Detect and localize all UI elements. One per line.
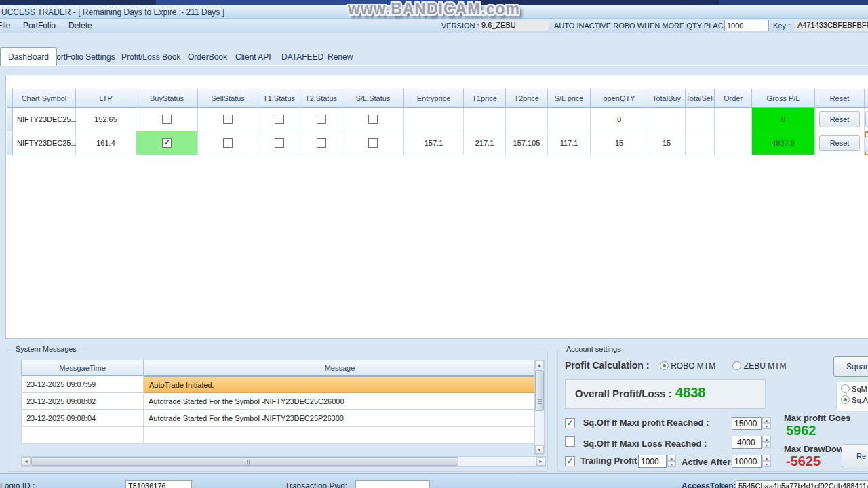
active-after-spinner[interactable]: ▲▼ xyxy=(762,455,771,468)
col-gross-pl[interactable]: Gross P/L xyxy=(752,89,815,108)
version-label: VERSION : xyxy=(441,22,479,30)
col-t1price[interactable]: T1price xyxy=(464,89,506,108)
col-slprice[interactable]: S/L price xyxy=(548,89,591,108)
square-off-button[interactable]: Squar xyxy=(833,356,868,377)
sq-profit-input[interactable] xyxy=(732,417,762,430)
sq-profit-checkbox[interactable]: ✓ xyxy=(565,418,575,428)
col-order[interactable]: Order xyxy=(715,89,752,108)
t1-checkbox[interactable]: ✓ xyxy=(275,138,284,148)
col-slstatus[interactable]: S/L.Status xyxy=(342,89,404,108)
sq-loss-spinner[interactable]: ▲▼ xyxy=(762,436,771,449)
col-sellstatus[interactable]: SellStatus xyxy=(198,89,258,108)
messages-vertical-scrollbar[interactable]: ▲ ▼ xyxy=(534,360,545,455)
cell-chart-symbol[interactable]: NIFTY23DEC25... xyxy=(13,108,76,131)
t1-checkbox[interactable]: ✓ xyxy=(275,115,284,124)
col-chart-symbol[interactable]: Chart Symbol xyxy=(13,89,76,108)
sl-checkbox[interactable]: ✓ xyxy=(368,138,378,148)
scroll-right-icon[interactable]: ► xyxy=(536,457,545,466)
buy-checkbox[interactable]: ✓ xyxy=(162,115,172,124)
account-settings-title: Account settings xyxy=(564,345,624,353)
sqall-radio[interactable] xyxy=(841,395,850,404)
cell-slprice: 117.1 xyxy=(548,131,591,155)
col-totalsell[interactable]: TotalSell xyxy=(686,89,715,108)
col-message-time[interactable]: MessgaeTime xyxy=(21,360,144,376)
auto-inactive-input[interactable] xyxy=(724,20,769,31)
col-openqty[interactable]: openQTY xyxy=(591,89,648,108)
profit-calc-label: Profit Calculation : xyxy=(565,360,649,371)
cell-entryprice xyxy=(404,108,464,131)
cell-totalbuy xyxy=(648,108,686,131)
cell-ltp: 152.65 xyxy=(76,108,136,131)
scrollbar-thumb[interactable] xyxy=(535,370,544,411)
trailing-checkbox[interactable]: ✓ xyxy=(565,456,575,466)
bandicam-watermark: www.BANDICAM.com xyxy=(348,0,520,18)
col-buystatus[interactable]: BuyStatus xyxy=(136,89,198,108)
trailing-input[interactable] xyxy=(638,455,667,468)
positions-grid: Chart Symbol LTP BuyStatus SellStatus T1… xyxy=(7,89,868,155)
login-id-input[interactable] xyxy=(125,480,192,488)
reset-button[interactable]: Reset xyxy=(819,135,860,151)
message-text[interactable]: Autotrade Started For the Symbol -NIFTY2… xyxy=(144,410,536,427)
active-after-input[interactable] xyxy=(732,455,762,468)
menu-delete[interactable]: Delete xyxy=(68,21,92,30)
sq-loss-checkbox[interactable]: ✓ xyxy=(565,436,575,447)
message-text[interactable]: Autotrade Started For the Symbol -NIFTY2… xyxy=(144,393,536,410)
col-ltp[interactable]: LTP xyxy=(76,89,136,108)
cell-chart-symbol[interactable]: NIFTY23DEC25... xyxy=(13,131,76,155)
menu-portfolio[interactable]: PortFolio xyxy=(23,21,56,30)
message-text[interactable]: AutoTrade Initiated. xyxy=(144,376,536,393)
row-header[interactable] xyxy=(7,131,13,155)
tab-dashboard[interactable]: DashBoard xyxy=(0,47,57,66)
message-time: 23-12-2025 09:08:04 xyxy=(21,410,144,427)
extra-button[interactable] xyxy=(865,136,868,152)
max-profit-value: 5962 xyxy=(786,423,816,439)
row-header[interactable] xyxy=(7,108,13,131)
t2-checkbox[interactable]: ✓ xyxy=(317,138,326,148)
menu-file[interactable]: File xyxy=(0,21,10,30)
cell-totalsell xyxy=(686,108,715,131)
trailing-label: Trailing Profit xyxy=(580,455,637,466)
robo-mtm-radio[interactable] xyxy=(660,361,669,370)
window-title: UCCESS TRADER - [ Remaining Days to Expi… xyxy=(1,7,224,17)
sqm-radio[interactable] xyxy=(841,384,850,393)
zebu-mtm-radio[interactable] xyxy=(732,361,741,370)
trailing-spinner[interactable]: ▲▼ xyxy=(667,455,676,468)
tab-client-api[interactable]: Client API xyxy=(228,49,279,66)
tab-orderbook[interactable]: OrderBook xyxy=(180,49,235,66)
sqall-label: Sq.Al xyxy=(852,396,868,404)
scroll-left-icon[interactable]: ◄ xyxy=(22,457,31,466)
sell-checkbox[interactable]: ✓ xyxy=(223,138,233,148)
reset-button[interactable]: Reset xyxy=(819,111,860,127)
col-t1status[interactable]: T1.Status xyxy=(258,89,300,108)
messages-header-row: MessgaeTime Message xyxy=(21,360,536,376)
login-id-label: Login ID : xyxy=(0,481,35,488)
cell-extra xyxy=(865,108,868,131)
extra-button[interactable] xyxy=(865,111,868,127)
col-t2status[interactable]: T2.Status xyxy=(300,89,342,108)
sl-checkbox[interactable]: ✓ xyxy=(368,115,378,124)
access-token-label: AccessToken: xyxy=(682,481,736,488)
scroll-down-icon[interactable]: ▼ xyxy=(535,445,544,454)
sq-profit-spinner[interactable]: ▲▼ xyxy=(762,417,771,430)
col-entryprice[interactable]: Entryprice xyxy=(404,89,464,108)
account-settings-group: Account settings Profit Calculation : RO… xyxy=(557,350,868,472)
scroll-up-icon[interactable]: ▲ xyxy=(535,361,544,369)
col-totalbuy[interactable]: TotalBuy xyxy=(648,89,686,108)
reset-account-button[interactable]: Re xyxy=(842,444,868,468)
buy-checkbox[interactable]: ✓ xyxy=(162,138,172,148)
key-label: Key : xyxy=(773,22,790,30)
overall-profit-value: 4838 xyxy=(675,385,706,401)
sq-loss-input[interactable] xyxy=(732,436,762,449)
t2-checkbox[interactable]: ✓ xyxy=(317,115,326,124)
col-t2price[interactable]: T2price xyxy=(506,89,548,108)
sell-checkbox[interactable]: ✓ xyxy=(223,115,233,124)
tab-renew[interactable]: Renew xyxy=(320,49,360,66)
transaction-pwd-input[interactable] xyxy=(355,480,430,488)
col-message[interactable]: Message xyxy=(144,360,536,376)
scrollbar-thumb[interactable] xyxy=(31,457,458,466)
col-reset[interactable]: Reset xyxy=(815,89,865,108)
system-messages-group: System Messages MessgaeTime Message 23-1… xyxy=(7,350,548,472)
messages-horizontal-scrollbar[interactable]: ◄ ► xyxy=(21,456,546,467)
access-token-input[interactable] xyxy=(736,480,868,488)
tab-profit-loss-book[interactable]: Profit/Loss Book xyxy=(114,49,188,66)
